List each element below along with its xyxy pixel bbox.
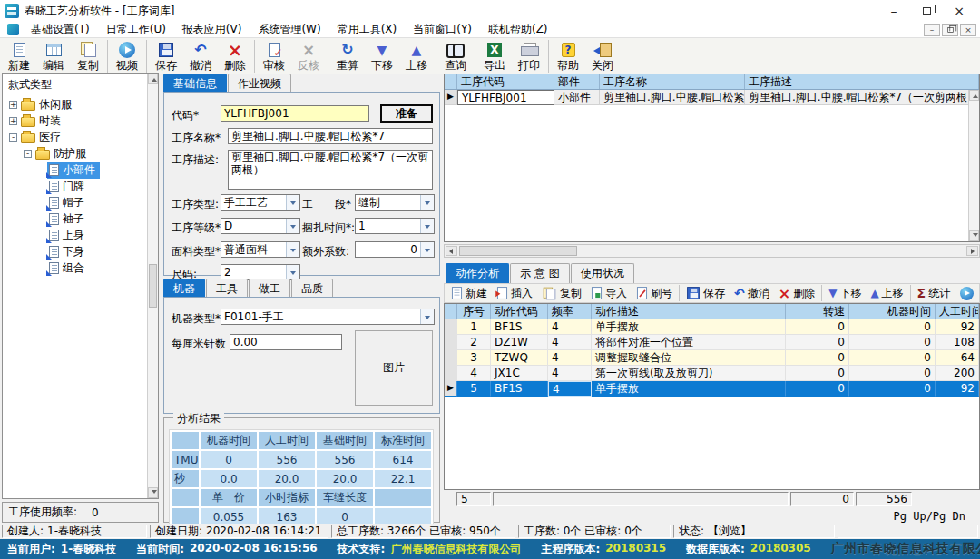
- video-button[interactable]: 视频: [110, 39, 144, 73]
- mdi-close-button[interactable]: ×: [960, 24, 976, 36]
- action-undo-button[interactable]: ↶撤消: [730, 284, 774, 302]
- undo-button[interactable]: ↶撤消: [183, 39, 218, 73]
- action-delete-button[interactable]: ×删除: [774, 284, 819, 302]
- mdi-minimize-button[interactable]: –: [924, 24, 940, 36]
- cell-machine-time: 0: [849, 366, 936, 381]
- action-row-selected[interactable]: ▶ 5 BF1S 4 单手摆放 0 0 92: [445, 381, 979, 397]
- tree-node-medical[interactable]: -医疗: [3, 129, 158, 145]
- process-desc-input[interactable]: 剪里袖口.脚口.中腰.帽口松紧*7（一次剪两根）: [228, 150, 433, 190]
- menu-current-window[interactable]: 当前窗口(Y): [405, 21, 480, 38]
- chevron-down-icon[interactable]: [420, 242, 434, 257]
- menu-tools[interactable]: 常用工具(X): [329, 21, 406, 38]
- process-table-scrollbar[interactable]: [968, 90, 979, 241]
- tree-node-casual[interactable]: +休闲服: [3, 96, 158, 113]
- process-table-row[interactable]: ▶ YLFHFBJ001 小部件 剪里袖口.脚口.中腰.帽口松紧*7 剪里袖口.…: [445, 90, 979, 105]
- menu-help[interactable]: 联机帮助(Z): [480, 21, 556, 38]
- fabric-type-select[interactable]: 普通面料: [220, 241, 300, 258]
- action-copy-button[interactable]: 复制: [537, 284, 586, 302]
- bundle-time-select[interactable]: 1: [355, 218, 435, 234]
- delete-button[interactable]: ×删除: [218, 39, 252, 73]
- action-insert-button[interactable]: 插入: [492, 284, 537, 302]
- scroll-thumb[interactable]: [459, 246, 577, 256]
- tree-scrollbar[interactable]: [147, 74, 158, 498]
- close-button[interactable]: ×: [943, 1, 975, 21]
- tree-node-lower-body[interactable]: 下身: [3, 243, 158, 260]
- machine-type-select[interactable]: F0101-手工: [220, 309, 435, 325]
- move-up-button[interactable]: ▲上移: [399, 39, 434, 73]
- move-down-button[interactable]: ▼下移: [365, 39, 399, 73]
- expand-icon[interactable]: +: [9, 101, 17, 109]
- chevron-down-icon[interactable]: [420, 219, 434, 233]
- tree-node-fashion[interactable]: +时装: [3, 113, 158, 129]
- export-excel-icon: X: [487, 43, 502, 57]
- extra-factor-select[interactable]: 0: [355, 241, 435, 258]
- chevron-down-icon[interactable]: [420, 309, 434, 324]
- audit-button[interactable]: 审核: [257, 39, 291, 73]
- code-input[interactable]: [220, 105, 369, 122]
- stitch-density-input[interactable]: [230, 334, 342, 350]
- ready-button[interactable]: 准备: [380, 104, 433, 123]
- exit-button[interactable]: 关闭: [585, 39, 620, 73]
- recalc-button[interactable]: ↻重算: [330, 39, 365, 73]
- menu-daily-work[interactable]: 日常工作(U): [98, 21, 174, 38]
- action-row[interactable]: 4 JX1C 4 第一次剪线(取及放剪刀) 0 0 200: [445, 366, 979, 381]
- save-button[interactable]: 保存: [149, 39, 183, 73]
- process-type-select[interactable]: 手工工艺: [220, 194, 300, 211]
- action-save-button[interactable]: 保存: [681, 284, 730, 302]
- scroll-up-icon[interactable]: [148, 74, 158, 84]
- play-icon[interactable]: [960, 287, 974, 300]
- chevron-down-icon[interactable]: [286, 195, 299, 210]
- analysis-row-label: TMU: [172, 451, 199, 468]
- print-button[interactable]: 打印: [512, 39, 546, 73]
- process-table-hscrollbar[interactable]: [444, 244, 980, 258]
- chevron-down-icon[interactable]: [286, 219, 299, 233]
- action-move-down-button[interactable]: ▼下移: [824, 284, 866, 302]
- tab-diagram[interactable]: 示 意 图: [510, 263, 570, 284]
- search-button[interactable]: 查询: [438, 39, 473, 73]
- scroll-up-icon[interactable]: [969, 90, 979, 101]
- chevron-down-icon[interactable]: [286, 242, 299, 257]
- segment-select[interactable]: 缝制: [355, 194, 435, 211]
- tree-node-hat[interactable]: 帽子: [3, 194, 158, 211]
- help-button[interactable]: ?帮助: [551, 39, 585, 73]
- tree-node-sleeve[interactable]: 袖子: [3, 211, 158, 227]
- scroll-down-icon[interactable]: [148, 487, 158, 498]
- action-new-button[interactable]: 新建: [446, 284, 492, 302]
- mdi-restore-button[interactable]: [942, 24, 958, 36]
- new-button[interactable]: 新建: [2, 39, 36, 73]
- chevron-down-icon[interactable]: [420, 195, 434, 210]
- expand-icon[interactable]: +: [9, 117, 17, 125]
- scroll-right-icon[interactable]: [966, 246, 978, 256]
- action-row[interactable]: 1 BF1S 4 单手摆放 0 0 92: [445, 319, 979, 335]
- action-row[interactable]: 3 TZWQ 4 调整握取缝合位 0 0 64: [445, 350, 979, 366]
- scroll-thumb[interactable]: [149, 264, 157, 308]
- analysis-value: 556: [317, 451, 373, 468]
- action-renumber-button[interactable]: 刷号: [632, 284, 677, 302]
- edit-button[interactable]: 编辑: [36, 39, 71, 73]
- tree-node-small-parts[interactable]: 小部件: [3, 162, 158, 178]
- action-move-up-button[interactable]: ▲上移: [866, 284, 907, 302]
- chevron-down-icon[interactable]: [286, 265, 299, 280]
- action-statistics-button[interactable]: Σ统计: [913, 284, 956, 302]
- action-row[interactable]: 2 DZ1W 4 将部件对准一个位置 0 0 108: [445, 335, 979, 350]
- tree-node-combination[interactable]: 组合: [3, 260, 158, 276]
- grade-select[interactable]: D: [220, 218, 300, 234]
- tree-node-doorplate[interactable]: 门牌: [3, 178, 158, 194]
- menu-reports[interactable]: 报表应用(V): [174, 21, 250, 38]
- tree-node-protective-suit[interactable]: -防护服: [3, 145, 158, 162]
- scroll-down-icon[interactable]: [969, 230, 979, 241]
- collapse-icon[interactable]: -: [24, 150, 32, 158]
- tab-action-analysis[interactable]: 动作分析: [446, 263, 509, 284]
- export-button[interactable]: X导出: [477, 39, 512, 73]
- scroll-left-icon[interactable]: [446, 246, 457, 256]
- process-name-input[interactable]: [228, 128, 433, 144]
- restore-button[interactable]: [910, 1, 943, 21]
- menu-basic-settings[interactable]: 基础设置(T): [23, 21, 98, 38]
- tab-usage-status[interactable]: 使用状况: [571, 263, 634, 284]
- tree-node-upper-body[interactable]: 上身: [3, 227, 158, 243]
- action-import-button[interactable]: 导入: [586, 284, 632, 302]
- copy-button[interactable]: 复制: [71, 39, 105, 73]
- menu-system[interactable]: 系统管理(W): [250, 21, 328, 38]
- minimize-button[interactable]: –: [877, 1, 910, 21]
- collapse-icon[interactable]: -: [9, 133, 17, 142]
